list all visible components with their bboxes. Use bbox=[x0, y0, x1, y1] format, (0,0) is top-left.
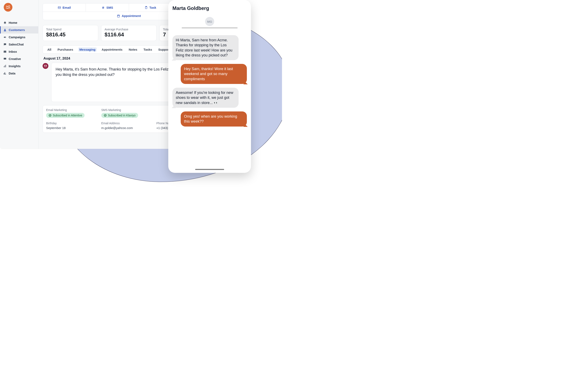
pill-text: Subscribed in Klaviyo bbox=[108, 114, 136, 117]
detail-birthday: Birthday September 18 bbox=[46, 122, 101, 130]
stat-value: $116.64 bbox=[105, 31, 153, 38]
nav-insights[interactable]: Insights bbox=[0, 62, 38, 70]
megaphone-icon bbox=[3, 36, 7, 39]
stat-label: Average Purchase bbox=[105, 28, 153, 31]
stat-total-spend: Total Spend $816.45 bbox=[42, 25, 98, 41]
chat-icon bbox=[3, 43, 7, 46]
sms-button[interactable]: SMS bbox=[86, 3, 129, 12]
nav-campaigns[interactable]: Campaigns bbox=[0, 33, 38, 41]
sidebar: Home Customers Campaigns SalesChat Inbox… bbox=[0, 0, 39, 149]
detail-label: Email Marketing bbox=[46, 108, 67, 112]
hash-icon bbox=[101, 6, 105, 9]
mail-badge-icon bbox=[42, 63, 48, 69]
nav-label: Insights bbox=[9, 64, 21, 68]
inbox-icon bbox=[3, 50, 7, 53]
tab-appointments[interactable]: Appointments bbox=[100, 47, 124, 52]
nav-customers[interactable]: Customers bbox=[0, 26, 38, 33]
detail-label: Birthday bbox=[46, 122, 57, 125]
bars-icon bbox=[3, 65, 7, 68]
action-label: Task bbox=[150, 6, 156, 9]
clipboard-icon bbox=[145, 6, 148, 9]
chart-icon bbox=[3, 72, 7, 75]
svg-point-0 bbox=[4, 29, 5, 30]
nav-label: Data bbox=[9, 71, 15, 75]
tab-messaging[interactable]: Messaging bbox=[78, 47, 97, 52]
nav-list: Home Customers Campaigns SalesChat Inbox… bbox=[0, 19, 38, 77]
svg-rect-4 bbox=[6, 65, 6, 67]
detail-label: Email Address bbox=[101, 122, 120, 125]
nav-creative[interactable]: Creative bbox=[0, 55, 38, 62]
nav-home[interactable]: Home bbox=[0, 19, 38, 26]
detail-label: SMS Marketing bbox=[101, 108, 121, 112]
logo-icon bbox=[4, 3, 13, 12]
nav-label: Creative bbox=[9, 57, 21, 61]
svg-rect-5 bbox=[4, 73, 4, 74]
home-icon bbox=[3, 21, 7, 24]
nav-inbox[interactable]: Inbox bbox=[0, 48, 38, 55]
tab-tasks[interactable]: Tasks bbox=[142, 47, 153, 52]
nav-label: SalesChat bbox=[9, 42, 24, 46]
detail-value: September 18 bbox=[46, 126, 66, 130]
avatar: MG bbox=[205, 17, 214, 26]
calendar-icon bbox=[117, 14, 120, 18]
svg-rect-7 bbox=[5, 74, 6, 74]
subscribed-pill: Subscribed in Attentive bbox=[46, 113, 84, 118]
phone-mock: Marta Goldberg MG Hi Marta, Sam here fro… bbox=[168, 0, 251, 173]
pill-text: Subscribed in Attentive bbox=[53, 114, 82, 117]
chat-contact-name: Marta Goldberg bbox=[172, 5, 247, 11]
stat-avg-purchase: Average Purchase $116.64 bbox=[101, 25, 157, 41]
tab-notes[interactable]: Notes bbox=[127, 47, 138, 52]
home-indicator bbox=[195, 169, 224, 170]
detail-email: Email Address m.goldie@yahcoo.com bbox=[101, 122, 156, 130]
chat-bubble-outgoing: Hey Sam, thanks! Wore it last weekend an… bbox=[181, 64, 247, 84]
chat-bubble-incoming: Awesome! If you're looking for new shoes… bbox=[172, 88, 239, 108]
svg-rect-6 bbox=[5, 72, 5, 74]
stat-value: $816.45 bbox=[46, 31, 95, 38]
subscribed-pill: Subscribed in Klaviyo bbox=[101, 113, 138, 118]
detail-sms-marketing: SMS Marketing Subscribed in Klaviyo bbox=[101, 108, 156, 118]
chat-bubble-incoming: Hi Marta, Sam here from Acme. Thanks for… bbox=[172, 35, 239, 60]
chat-bubble-outgoing: Omg yes! when are you working this week?… bbox=[181, 112, 247, 126]
tab-purchases[interactable]: Purchases bbox=[56, 47, 74, 52]
action-label: SMS bbox=[107, 6, 113, 9]
stat-label: Total Spend bbox=[46, 28, 95, 31]
svg-rect-3 bbox=[5, 65, 5, 67]
nav-label: Customers bbox=[9, 28, 25, 32]
user-icon bbox=[3, 28, 7, 32]
detail-email-marketing: Email Marketing Subscribed in Attentive bbox=[46, 108, 101, 118]
nav-data[interactable]: Data bbox=[0, 70, 38, 77]
action-label: Email bbox=[63, 6, 71, 9]
nav-label: Campaigns bbox=[9, 35, 26, 39]
detail-value: m.goldie@yahcoo.com bbox=[101, 126, 133, 130]
tab-all[interactable]: All bbox=[46, 47, 53, 52]
task-button[interactable]: Task bbox=[129, 3, 172, 12]
svg-rect-1 bbox=[4, 58, 6, 59]
phone-separator bbox=[182, 28, 237, 28]
nav-label: Inbox bbox=[9, 50, 17, 53]
svg-rect-2 bbox=[4, 66, 4, 67]
nav-saleschat[interactable]: SalesChat bbox=[0, 41, 38, 48]
action-label: Appointment bbox=[122, 14, 141, 18]
email-button[interactable]: Email bbox=[43, 3, 86, 12]
nav-label: Home bbox=[9, 21, 17, 24]
monitor-icon bbox=[3, 57, 7, 61]
svg-rect-12 bbox=[117, 15, 120, 17]
mail-icon bbox=[58, 6, 61, 9]
